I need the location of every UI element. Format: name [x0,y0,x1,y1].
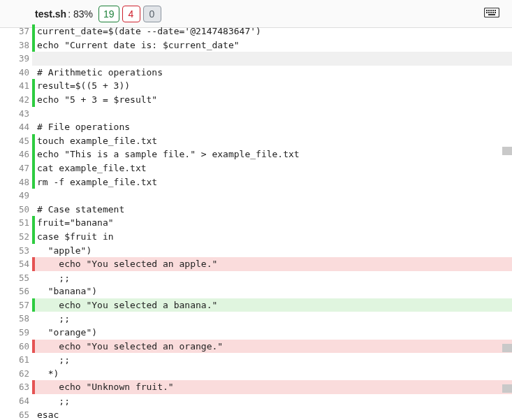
line-number[interactable]: 41 [0,79,32,93]
svg-rect-7 [488,12,490,13]
code-text [35,189,512,203]
line-number[interactable]: 55 [0,271,32,285]
code-line: 62 *) [0,367,512,381]
line-number[interactable]: 65 [0,408,32,420]
badge-excluded[interactable]: 0 [143,6,161,22]
line-number[interactable]: 38 [0,38,32,52]
coverage-percent: : 83% [68,8,93,20]
code-line: 56 "banana") [0,284,512,298]
code-text: ;; [35,394,512,408]
code-line: 44# File operations [0,120,512,134]
code-text: *) [35,367,512,381]
svg-rect-11 [488,14,495,15]
line-number[interactable]: 59 [0,326,32,340]
code-text: echo "5 + 3 = $result" [35,93,512,107]
line-number[interactable]: 46 [0,147,32,161]
code-text: echo "You selected an orange." [35,340,512,354]
code-line: 49 [0,189,512,203]
line-number[interactable]: 37 [0,24,32,38]
scrollbar-mark[interactable] [502,344,512,352]
line-number[interactable]: 44 [0,120,32,134]
line-number[interactable]: 45 [0,134,32,148]
keyboard-icon[interactable] [484,8,499,20]
line-number[interactable]: 48 [0,175,32,189]
code-text: echo "Unknown fruit." [35,380,512,394]
code-text: echo "You selected an apple." [35,257,512,271]
toolbar: test.sh : 83% 19 4 0 [0,0,512,28]
line-number[interactable]: 54 [0,257,32,271]
filename: test.sh [35,8,66,20]
code-line: 50# Case statement [0,203,512,217]
line-number[interactable]: 52 [0,230,32,244]
code-line: 63 echo "Unknown fruit." [0,380,512,394]
code-line: 54 echo "You selected an apple." [0,257,512,271]
line-number[interactable]: 56 [0,284,32,298]
code-text: "orange") [35,326,512,340]
line-number[interactable]: 50 [0,203,32,217]
code-line: 64 ;; [0,394,512,408]
code-text: ;; [35,271,512,285]
code-text: "banana") [35,284,512,298]
svg-rect-3 [490,10,492,11]
badge-missed[interactable]: 4 [122,6,140,22]
code-line: 45touch example_file.txt [0,134,512,148]
scrollbar-mark[interactable] [502,147,512,155]
svg-rect-8 [490,12,492,13]
line-number[interactable]: 49 [0,189,32,203]
line-number[interactable]: 61 [0,353,32,367]
code-line: 55 ;; [0,271,512,285]
code-line: 59 "orange") [0,326,512,340]
code-line: 42echo "5 + 3 = $result" [0,93,512,107]
code-text: echo "This is a sample file." > example_… [35,147,512,161]
code-text: cat example_file.txt [35,161,512,175]
line-number[interactable]: 39 [0,52,32,66]
code-text [35,52,512,66]
svg-rect-10 [495,12,496,13]
code-text: ;; [35,312,512,326]
svg-rect-2 [488,10,490,11]
line-number[interactable]: 53 [0,244,32,258]
code-text: esac [35,408,512,420]
code-line: 61 ;; [0,353,512,367]
code-text: # Case statement [35,203,512,217]
code-line: 39 [0,52,512,66]
line-number[interactable]: 62 [0,367,32,381]
line-number[interactable]: 60 [0,340,32,354]
line-number[interactable]: 58 [0,312,32,326]
code-line: 47cat example_file.txt [0,161,512,175]
code-line: 43 [0,107,512,121]
line-number[interactable]: 64 [0,394,32,408]
code-line: 57 echo "You selected a banana." [0,298,512,312]
code-text: # Arithmetic operations [35,66,512,80]
code-line: 37current_date=$(date --date='@214748364… [0,24,512,38]
line-number[interactable]: 40 [0,66,32,80]
code-line: 41result=$((5 + 3)) [0,79,512,93]
code-text: rm -f example_file.txt [35,175,512,189]
code-text [35,107,512,121]
code-text: "apple") [35,244,512,258]
svg-rect-1 [486,10,488,11]
code-line: 38echo "Current date is: $current_date" [0,38,512,52]
line-number[interactable]: 42 [0,93,32,107]
line-number[interactable]: 63 [0,380,32,394]
code-line: 53 "apple") [0,244,512,258]
scrollbar-mark[interactable] [502,384,512,393]
badge-covered[interactable]: 19 [98,6,119,22]
code-text: fruit="banana" [35,216,512,230]
code-text: echo "Current date is: $current_date" [35,38,512,52]
code-line: 48rm -f example_file.txt [0,175,512,189]
line-number[interactable]: 51 [0,216,32,230]
line-number[interactable]: 47 [0,161,32,175]
line-number[interactable]: 43 [0,107,32,121]
code-area[interactable]: 37current_date=$(date --date='@214748364… [0,24,512,420]
code-line: 46echo "This is a sample file." > exampl… [0,147,512,161]
code-line: 52case $fruit in [0,230,512,244]
svg-rect-6 [486,12,488,13]
code-line: 58 ;; [0,312,512,326]
code-text: touch example_file.txt [35,134,512,148]
code-text: case $fruit in [35,230,512,244]
code-text: current_date=$(date --date='@2147483647'… [35,24,512,38]
code-line: 65esac [0,408,512,420]
code-line: 60 echo "You selected an orange." [0,340,512,354]
line-number[interactable]: 57 [0,298,32,312]
